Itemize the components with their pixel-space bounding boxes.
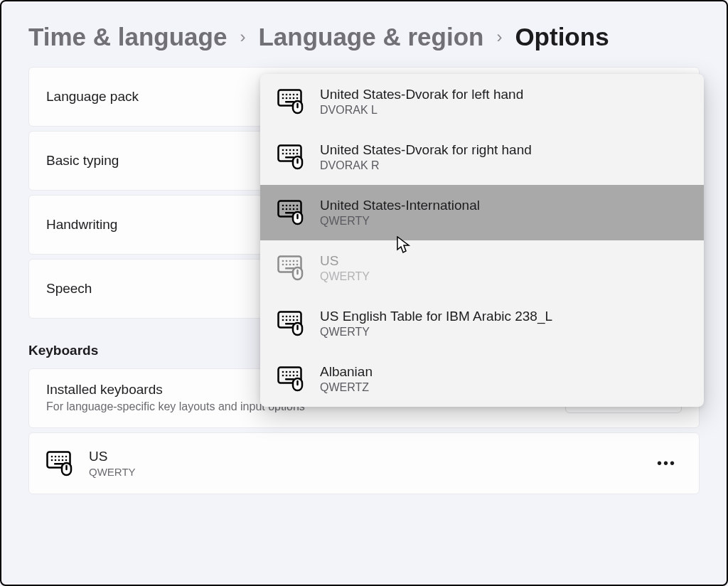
keyboard-layout: QWERTY (89, 466, 136, 478)
layout-type: QWERTY (320, 270, 370, 283)
keyboard-icon (277, 311, 306, 336)
keyboard-icon (277, 200, 306, 225)
feature-label: Basic typing (46, 153, 119, 168)
layout-name: US English Table for IBM Arabic 238_L (320, 309, 552, 324)
layout-type: QWERTY (320, 326, 552, 339)
layout-option-us-ibm-arabic[interactable]: US English Table for IBM Arabic 238_L QW… (260, 296, 704, 351)
feature-label: Language pack (46, 89, 139, 104)
keyboard-icon (277, 366, 306, 392)
breadcrumb-options: Options (515, 23, 609, 51)
layout-type: QWERTZ (320, 381, 373, 394)
feature-label: Handwriting (46, 217, 117, 232)
more-options-button[interactable]: ••• (651, 452, 682, 474)
layout-type: QWERTY (320, 215, 480, 228)
keyboard-entry-us[interactable]: US QWERTY ••• (28, 432, 700, 494)
keyboard-layout-dropdown: United States-Dvorak for left hand DVORA… (260, 74, 704, 407)
layout-option-us: US QWERTY (260, 240, 704, 296)
layout-option-albanian[interactable]: Albanian QWERTZ (260, 351, 704, 407)
layout-option-dvorak-right[interactable]: United States-Dvorak for right hand DVOR… (260, 129, 704, 185)
keyboard-icon (46, 451, 75, 476)
chevron-right-icon: › (496, 27, 502, 47)
keyboard-icon (277, 255, 306, 281)
layout-name: United States-International (320, 198, 480, 213)
layout-name: US (320, 253, 370, 269)
chevron-right-icon: › (240, 27, 245, 47)
layout-type: DVORAK R (320, 159, 532, 172)
layout-name: United States-Dvorak for right hand (320, 142, 532, 158)
keyboard-icon (277, 144, 306, 170)
layout-option-dvorak-left[interactable]: United States-Dvorak for left hand DVORA… (260, 74, 704, 129)
keyboard-name: US (89, 449, 136, 464)
layout-type: DVORAK L (320, 104, 523, 117)
breadcrumb: Time & language › Language & region › Op… (28, 23, 700, 51)
layout-option-us-international[interactable]: United States-International QWERTY (260, 185, 704, 240)
feature-label: Speech (46, 281, 92, 296)
breadcrumb-language-region[interactable]: Language & region (258, 23, 483, 51)
layout-name: Albanian (320, 364, 373, 380)
layout-name: United States-Dvorak for left hand (320, 87, 523, 102)
breadcrumb-time-language[interactable]: Time & language (28, 23, 227, 51)
keyboard-icon (277, 89, 306, 114)
